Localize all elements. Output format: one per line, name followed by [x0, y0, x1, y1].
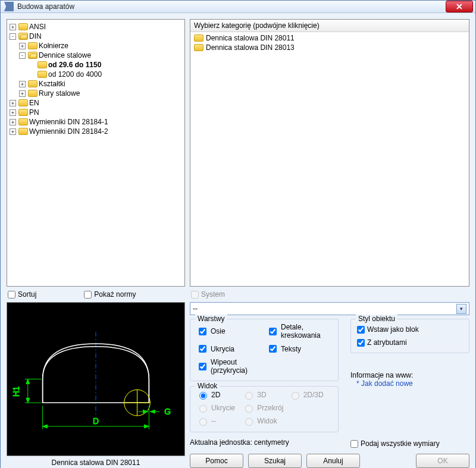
view-widok-radio[interactable]: Widok — [242, 416, 286, 426]
view-2d-radio[interactable]: 2D — [196, 390, 240, 400]
folder-icon — [18, 118, 28, 125]
folder-icon — [194, 34, 203, 42]
expand-icon[interactable]: + — [10, 128, 16, 135]
preview-canvas: H1 D G — [7, 302, 185, 456]
tree-item[interactable]: -DIN — [10, 32, 183, 41]
tree-label: PN — [29, 108, 39, 117]
tree-item[interactable]: +Wymienniki DIN 28184-1 — [10, 117, 183, 127]
system-checkbox[interactable]: System — [191, 290, 468, 299]
expand-icon[interactable]: + — [19, 90, 26, 97]
tree-label: Rury stalowe — [39, 89, 80, 98]
all-dims-checkbox[interactable]: Podaj wszystkie wymiary — [350, 439, 469, 448]
expand-icon[interactable]: + — [19, 81, 26, 87]
show-norms-checkbox[interactable]: Pokaż normy — [84, 290, 136, 299]
tree-label: Dennice stalowe — [39, 51, 91, 59]
tree-item[interactable]: +Rury stalowe — [19, 89, 183, 98]
view-hide-radio[interactable]: Ukrycie — [196, 403, 240, 413]
tree-item[interactable]: +PN — [10, 108, 183, 117]
expand-icon[interactable]: + — [10, 119, 16, 125]
layer-texts-checkbox[interactable]: Teksty — [267, 343, 332, 354]
tree-label: DIN — [29, 32, 42, 40]
unit-label: Aktualna jednostka: centymetry — [190, 437, 339, 448]
list-item-label: Dennica stalowa DIN 28013 — [206, 43, 295, 52]
close-button[interactable] — [446, 1, 473, 12]
close-icon — [456, 4, 463, 10]
folder-icon — [18, 109, 28, 116]
tree-item[interactable]: +ANSI — [10, 22, 183, 32]
info-label: Informacje na www: — [350, 371, 469, 379]
collapse-icon[interactable]: - — [10, 33, 16, 40]
sort-checkbox[interactable]: Sortuj — [8, 290, 36, 299]
window-title: Budowa aparatów — [17, 2, 446, 11]
folder-icon — [18, 33, 28, 40]
category-tree[interactable]: +ANSI-DIN+Kołnierze-Dennice staloweod 29… — [7, 19, 185, 287]
tree-spacer — [29, 62, 35, 68]
tree-item[interactable]: +Kołnierze — [19, 41, 183, 51]
view-dash-radio[interactable]: -- — [196, 416, 240, 426]
folder-icon — [18, 23, 28, 30]
folder-icon — [28, 42, 37, 49]
layer-wipeout-checkbox[interactable]: Wipeout (przykrycia) — [196, 358, 262, 375]
view-fieldset: Widok 2D 3D 2D/3D Ukrycie Przekrój -- Wi… — [190, 386, 339, 432]
expand-icon[interactable]: + — [10, 24, 16, 30]
layers-fieldset: Warstwy Osie Detale, kreskowania Ukrycia… — [190, 319, 339, 381]
chevron-down-icon: ▾ — [456, 304, 466, 314]
folder-icon — [194, 44, 203, 51]
ok-button[interactable]: OK — [416, 454, 469, 468]
svg-marker-5 — [26, 379, 30, 384]
tree-label: ANSI — [29, 23, 46, 31]
layer-axes-checkbox[interactable]: Osie — [196, 323, 262, 340]
svg-text:G: G — [164, 407, 171, 416]
folder-icon — [37, 61, 47, 68]
list-item[interactable]: Dennica stalowa DIN 28013 — [193, 43, 466, 52]
tree-label: Wymienniki DIN 28184-2 — [29, 127, 108, 136]
folder-icon — [28, 90, 37, 97]
preview-caption: Dennica stalowa DIN 28011 — [7, 457, 185, 468]
list-item-label: Dennica stalowa DIN 28011 — [206, 34, 295, 42]
view-section-radio[interactable]: Przekrój — [242, 403, 286, 413]
expand-icon[interactable]: + — [19, 43, 26, 49]
tree-spacer — [29, 71, 35, 78]
collapse-icon[interactable]: - — [19, 52, 26, 59]
folder-icon — [18, 128, 28, 135]
tree-label: od 29.6 do 1150 — [48, 61, 101, 69]
search-button[interactable]: Szukaj — [248, 454, 302, 468]
tree-label: Kołnierze — [39, 42, 68, 50]
insert-block-checkbox[interactable]: Wstaw jako blok — [357, 325, 463, 334]
tree-label: Kształtki — [39, 80, 65, 88]
tree-item[interactable]: +Wymienniki DIN 28184-2 — [10, 127, 183, 136]
svg-marker-11 — [43, 425, 48, 428]
tree-item[interactable]: -Dennice stalowe — [19, 51, 183, 60]
folder-icon — [37, 71, 47, 78]
tree-item[interactable]: +EN — [10, 98, 183, 108]
layer-hides-checkbox[interactable]: Ukrycia — [196, 343, 262, 354]
info-link[interactable]: * Jak dodać nowe — [350, 379, 469, 388]
svg-text:H1: H1 — [11, 386, 21, 397]
category-list-panel: Wybierz kategorię (podwójne kliknięcie) … — [190, 19, 469, 287]
tree-item[interactable]: od 29.6 do 1150 — [29, 60, 183, 70]
tree-item[interactable]: +Kształtki — [19, 79, 183, 89]
tree-label: Wymienniki DIN 28184-1 — [29, 118, 108, 126]
list-header: Wybierz kategorię (podwójne kliknięcie) — [190, 20, 469, 32]
help-button[interactable]: Pomoc — [190, 454, 243, 468]
tree-label: EN — [29, 99, 39, 107]
view-2d3d-radio[interactable]: 2D/3D — [289, 390, 332, 400]
with-attrs-checkbox[interactable]: Z atrybutami — [357, 338, 463, 347]
view-3d-radio[interactable]: 3D — [242, 390, 286, 400]
expand-icon[interactable]: + — [10, 109, 16, 116]
layer-details-checkbox[interactable]: Detale, kreskowania — [267, 323, 332, 340]
folder-icon — [28, 80, 37, 87]
list-body[interactable]: Dennica stalowa DIN 28011Dennica stalowa… — [190, 32, 469, 286]
variant-dropdown[interactable]: -- ▾ — [190, 302, 469, 315]
style-fieldset: Styl obiektu Wstaw jako blok Z atrybutam… — [350, 319, 469, 353]
app-icon — [4, 2, 14, 11]
cancel-button[interactable]: Anuluj — [306, 454, 360, 468]
list-item[interactable]: Dennica stalowa DIN 28011 — [193, 33, 466, 43]
folder-icon — [18, 99, 28, 106]
svg-marker-6 — [26, 398, 30, 403]
tree-item[interactable]: od 1200 do 4000 — [29, 70, 183, 79]
folder-icon — [28, 52, 37, 59]
expand-icon[interactable]: + — [10, 100, 16, 106]
svg-marker-12 — [144, 425, 149, 428]
svg-text:D: D — [93, 416, 99, 426]
